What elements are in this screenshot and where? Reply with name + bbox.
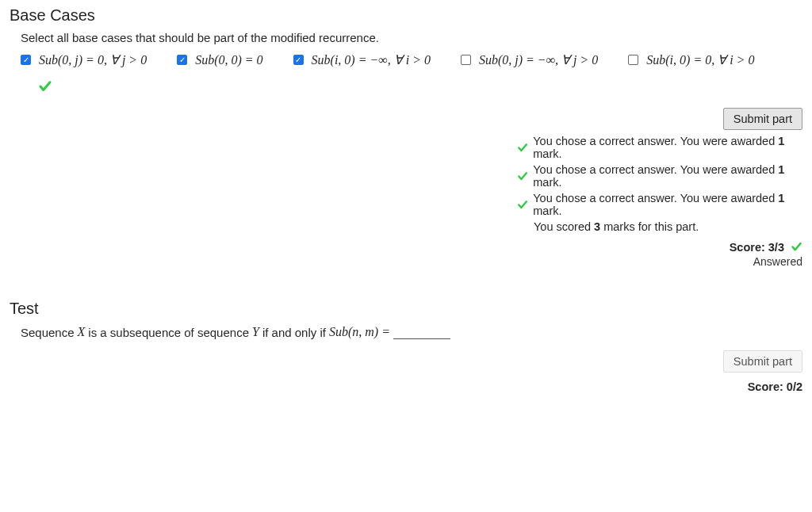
choice-2[interactable]: ✓ Sub(0, 0) = 0 xyxy=(177,53,262,67)
feedback-bold: 1 xyxy=(778,163,784,176)
submit-part-button[interactable]: Submit part xyxy=(723,350,802,373)
test-prompt: Sequence X is a subsequence of sequence … xyxy=(21,324,802,339)
math-expr: Sub(n, m) = xyxy=(329,325,390,339)
result-indicator xyxy=(38,78,802,94)
answer-input[interactable] xyxy=(393,324,450,339)
prompt-text: Sequence xyxy=(21,326,75,339)
choice-formula: Sub(0, 0) = 0 xyxy=(195,53,262,67)
check-icon xyxy=(517,170,528,182)
check-icon xyxy=(517,142,528,154)
checkbox-icon: ✓ xyxy=(177,55,187,65)
score-text: Score: 3/3 xyxy=(730,241,784,254)
feedback-bold: 1 xyxy=(778,192,784,204)
checkbox-icon: ✓ xyxy=(21,55,31,65)
choice-3[interactable]: ✓ Sub(i, 0) = −∞, ∀ i > 0 xyxy=(293,52,431,67)
choice-1[interactable]: ✓ Sub(0, j) = 0, ∀ j > 0 xyxy=(21,52,147,67)
checkbox-icon xyxy=(628,55,638,65)
feedback-text: mark. xyxy=(533,176,561,189)
prompt-text: is a subsequence of sequence xyxy=(88,326,249,339)
choices-group: ✓ Sub(0, j) = 0, ∀ j > 0 ✓ Sub(0, 0) = 0… xyxy=(21,52,802,67)
feedback-line: You chose a correct answer. You were awa… xyxy=(517,192,802,217)
answered-label: Answered xyxy=(10,255,802,268)
feedback-line: You scored 3 marks for this part. xyxy=(517,220,802,233)
score-line: Score: 3/3 xyxy=(10,241,802,254)
choice-formula: Sub(0, j) = 0, ∀ j > 0 xyxy=(39,52,147,67)
choice-formula: Sub(0, j) = −∞, ∀ j > 0 xyxy=(479,52,598,67)
feedback-line: You chose a correct answer. You were awa… xyxy=(517,135,802,160)
check-icon xyxy=(791,241,802,253)
feedback-text: marks for this part. xyxy=(600,220,699,233)
section-title-base-cases: Base Cases xyxy=(10,6,802,25)
score-text: Score: 0/2 xyxy=(748,380,802,393)
feedback-block: You chose a correct answer. You were awa… xyxy=(517,135,802,233)
section-title-test: Test xyxy=(10,300,802,318)
instruction-text: Select all base cases that should be par… xyxy=(21,31,802,44)
math-var: Y xyxy=(252,325,259,339)
check-icon xyxy=(517,199,528,211)
submit-part-button[interactable]: Submit part xyxy=(723,108,802,130)
feedback-bold: 3 xyxy=(594,220,600,233)
check-icon xyxy=(38,79,52,94)
checkbox-icon: ✓ xyxy=(293,55,304,65)
score-line: Score: 0/2 xyxy=(10,380,802,393)
feedback-text: You chose a correct answer. You were awa… xyxy=(533,163,778,176)
prompt-text: if and only if xyxy=(262,326,326,339)
choice-5[interactable]: Sub(i, 0) = 0, ∀ i > 0 xyxy=(628,52,754,67)
checkbox-icon xyxy=(461,55,471,65)
feedback-text: mark. xyxy=(533,204,561,217)
feedback-text: You chose a correct answer. You were awa… xyxy=(533,135,778,147)
choice-4[interactable]: Sub(0, j) = −∞, ∀ j > 0 xyxy=(461,52,598,67)
math-var: X xyxy=(78,325,86,339)
feedback-bold: 1 xyxy=(778,135,784,147)
feedback-line: You chose a correct answer. You were awa… xyxy=(517,163,802,189)
feedback-text: You scored xyxy=(534,220,594,233)
feedback-text: You chose a correct answer. You were awa… xyxy=(533,192,778,204)
choice-formula: Sub(i, 0) = −∞, ∀ i > 0 xyxy=(312,52,431,67)
choice-formula: Sub(i, 0) = 0, ∀ i > 0 xyxy=(646,52,754,67)
feedback-text: mark. xyxy=(533,147,561,160)
